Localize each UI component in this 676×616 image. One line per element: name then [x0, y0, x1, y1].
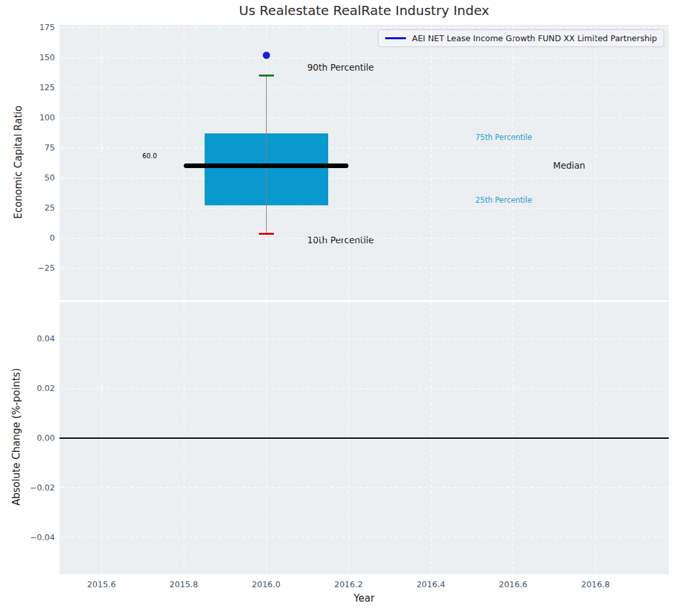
- x-tick-label-2016.4: 2016.4: [408, 579, 454, 589]
- bottom-y-tick-label-0.02: 0.02: [0, 383, 55, 394]
- gridline-horizontal-top-50: [59, 178, 669, 179]
- gridline-vertical-2016.8: [595, 25, 596, 300]
- top-y-tick-label-25: 25: [0, 203, 55, 213]
- gridline-vertical-2016.2: [348, 25, 349, 300]
- gridline-horizontal-bottom--0.04: [59, 537, 669, 538]
- legend-entry-label: AEI NET Lease Income Growth FUND XX Limi…: [412, 33, 657, 43]
- x-tick-label-2016.6: 2016.6: [490, 579, 536, 589]
- top-y-tick-label-150: 150: [0, 52, 55, 63]
- figure-canvas: Us Realestate RealRate Industry Index Ec…: [0, 0, 676, 616]
- annotation-median-value: 60.0: [129, 152, 157, 160]
- gridline-horizontal-top-125: [59, 88, 669, 88]
- gridline-horizontal-top-75: [59, 148, 669, 148]
- gridline-vertical-2016.6: [513, 25, 513, 300]
- boxplot-median-line: [184, 163, 348, 168]
- bottom-y-tick-label--0.02: −0.02: [0, 483, 55, 493]
- boxplot-whisker-line: [266, 76, 267, 234]
- top-y-tick-label-50: 50: [0, 173, 55, 183]
- legend-line-sample: [385, 37, 406, 39]
- top-y-axis-label: Economic Capital Ratio: [12, 64, 24, 260]
- annotation-25th-percentile: 25th Percentile: [475, 196, 532, 205]
- fund-data-point-dot: [263, 52, 270, 59]
- gridline-vertical-2015.8: [184, 25, 184, 300]
- gridline-horizontal-bottom--0.02: [59, 487, 669, 488]
- gridline-vertical-2016.4: [431, 25, 431, 300]
- gridline-horizontal-top--25: [59, 268, 669, 269]
- zero-reference-line: [59, 437, 669, 439]
- top-y-tick-label-0: 0: [0, 233, 55, 243]
- x-tick-label-2016.8: 2016.8: [573, 579, 618, 589]
- top-y-tick-label-75: 75: [0, 143, 55, 153]
- annotation-90th-percentile: 90th Percentile: [307, 62, 374, 73]
- x-axis-label: Year: [59, 592, 669, 604]
- gridline-horizontal-top-100: [59, 118, 669, 118]
- gridline-horizontal-top-25: [59, 208, 669, 209]
- chart-title: Us Realestate RealRate Industry Index: [59, 3, 669, 18]
- gridline-vertical-2015.6: [101, 25, 102, 300]
- gridline-horizontal-top-0: [59, 238, 669, 239]
- gridline-horizontal-top-150: [59, 58, 669, 58]
- boxplot-10th-percentile-cap: [259, 233, 274, 235]
- annotation-10th-percentile: 10th Percentile: [307, 235, 374, 245]
- legend-box[interactable]: AEI NET Lease Income Growth FUND XX Limi…: [378, 29, 664, 47]
- gridline-horizontal-bottom-0.04: [59, 339, 669, 339]
- gridline-horizontal-top-175: [59, 27, 669, 28]
- top-y-tick-label-175: 175: [0, 22, 55, 33]
- top-y-tick-label-125: 125: [0, 82, 55, 93]
- top-y-tick-label--25: −25: [0, 263, 55, 273]
- bottom-y-tick-label--0.04: −0.04: [0, 532, 55, 543]
- annotation-median: Median: [553, 160, 585, 171]
- x-tick-label-2016.2: 2016.2: [326, 579, 371, 589]
- bottom-y-tick-label-0: 0.00: [0, 433, 55, 443]
- top-y-tick-label-100: 100: [0, 112, 55, 123]
- x-tick-label-2015.6: 2015.6: [78, 579, 124, 589]
- bottom-y-tick-label-0.04: 0.04: [0, 334, 55, 344]
- annotation-75th-percentile: 75th Percentile: [475, 133, 532, 142]
- boxplot-90th-percentile-cap: [259, 75, 274, 77]
- x-tick-label-2016.0: 2016.0: [243, 579, 289, 589]
- gridline-horizontal-bottom-0.02: [59, 388, 669, 389]
- x-tick-label-2015.8: 2015.8: [161, 579, 207, 589]
